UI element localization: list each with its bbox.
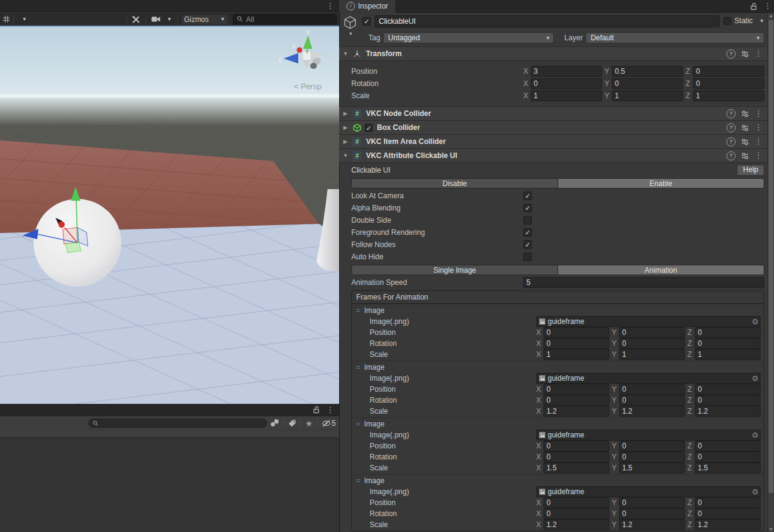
object-picker-icon[interactable]: ⊙ [752, 374, 758, 383]
foldout-icon[interactable]: ▶ [342, 110, 349, 117]
scrollbar-down-icon[interactable]: ▼ [768, 527, 774, 531]
frame-rotation-x-field[interactable]: 0 [543, 395, 609, 406]
perspective-label[interactable]: < Persp [294, 82, 321, 91]
position-y-field[interactable]: 0.5 [612, 66, 683, 77]
scale-y-field[interactable]: 1 [612, 90, 683, 101]
project-search-input[interactable] [88, 419, 267, 428]
search-by-type-icon[interactable] [267, 418, 282, 429]
gameobject-active-checkbox[interactable]: ✓ [362, 17, 371, 26]
component-enabled-checkbox[interactable]: ✓ [365, 124, 373, 132]
scale-x-field[interactable]: 1 [531, 90, 602, 101]
foldout-icon[interactable]: ▶ [342, 124, 349, 131]
frame-scale-x-field[interactable]: 1.5 [543, 462, 609, 473]
scrollbar-up-icon[interactable]: ▲ [768, 13, 774, 18]
prefab-expand-icon[interactable]: ▼ [348, 31, 353, 37]
follow-nodes-checkbox[interactable]: ✓ [523, 240, 532, 249]
help-icon[interactable]: ? [726, 109, 736, 118]
drag-handle-icon[interactable]: = [356, 364, 364, 371]
rotation-x-field[interactable]: 0 [531, 78, 602, 89]
help-icon[interactable]: ? [726, 151, 736, 160]
gameobject-icon[interactable]: ▼ [343, 15, 359, 32]
alpha-blending-checkbox[interactable]: ✓ [523, 204, 532, 212]
tag-dropdown[interactable]: Untagged ▼ [383, 32, 554, 43]
component-menu-icon[interactable]: ⋮ [754, 110, 762, 117]
rotation-z-field[interactable]: 0 [693, 78, 764, 89]
presets-icon[interactable] [741, 124, 749, 132]
frame-position-z-field[interactable]: 0 [695, 327, 761, 338]
hidden-visibility-icon[interactable]: 5 [318, 418, 339, 429]
frame-rotation-y-field[interactable]: 0 [619, 338, 685, 349]
frame-rotation-x-field[interactable]: 0 [543, 338, 609, 349]
inspector-lock-icon[interactable] [750, 2, 758, 10]
project-lock-icon[interactable] [312, 406, 320, 414]
project-content-area[interactable] [0, 437, 339, 532]
frame-scale-z-field[interactable]: 1.5 [695, 462, 761, 473]
component-menu-icon[interactable]: ⋮ [754, 50, 762, 57]
scene-tools-icon[interactable] [130, 15, 142, 24]
frame-scale-x-field[interactable]: 1 [543, 349, 609, 360]
component-header-vkc-node-collider[interactable]: ▶ # VKC Node Collider ? ⋮ [339, 106, 767, 121]
frame-entry[interactable]: =Image Image(.png) guideframe ⊙ Position… [352, 304, 764, 361]
search-by-label-icon[interactable] [284, 418, 299, 429]
component-menu-icon[interactable]: ⋮ [754, 124, 762, 131]
presets-icon[interactable] [741, 50, 749, 58]
frame-entry[interactable]: =Image Image(.png) guideframe ⊙ Position… [352, 474, 764, 531]
frame-scale-x-field[interactable]: 1.2 [543, 406, 609, 417]
scene-viewport[interactable]: y x z < Persp [0, 26, 339, 404]
frame-scale-z-field[interactable]: 1.2 [695, 406, 761, 417]
enable-button[interactable]: Enable [558, 178, 764, 189]
component-header-vkc-item-area-collider[interactable]: ▶ # VKC Item Area Collider ? ⋮ [339, 135, 767, 149]
grid-dropdown-icon[interactable]: ▼ [18, 16, 27, 22]
static-control[interactable]: Static ▼ [723, 15, 764, 25]
foldout-icon[interactable]: ▶ [342, 138, 349, 145]
inspector-scrollbar[interactable]: ▲ ▼ [767, 13, 774, 532]
frame-entry[interactable]: =Image Image(.png) guideframe ⊙ Position… [352, 417, 764, 474]
project-menu-icon[interactable]: ⋮ [326, 406, 334, 414]
frame-scale-x-field[interactable]: 1.2 [543, 519, 609, 530]
object-picker-icon[interactable]: ⊙ [752, 487, 758, 496]
frame-rotation-z-field[interactable]: 0 [695, 338, 761, 349]
component-header-box-collider[interactable]: ▶ ✓ Box Collider ? ⋮ [339, 121, 767, 135]
frame-scale-z-field[interactable]: 1.2 [695, 519, 761, 530]
auto-hide-checkbox[interactable] [523, 253, 532, 261]
gizmos-button[interactable]: Gizmos ▼ [181, 14, 229, 25]
look-at-camera-checkbox[interactable]: ✓ [523, 192, 532, 200]
scene-search-input[interactable]: All [233, 14, 337, 24]
frame-position-z-field[interactable]: 0 [695, 497, 761, 508]
orientation-gizmo-x-ball[interactable] [297, 48, 303, 53]
drag-handle-icon[interactable]: = [356, 477, 364, 484]
frame-rotation-y-field[interactable]: 0 [619, 451, 685, 462]
favorites-star-icon[interactable]: ★ [301, 418, 317, 429]
layer-dropdown[interactable]: Default ▼ [586, 32, 764, 43]
image-object-field[interactable]: guideframe ⊙ [536, 430, 761, 440]
gameobject-name-field[interactable]: ClickableUI [374, 15, 720, 27]
component-menu-icon[interactable]: ⋮ [754, 138, 762, 145]
move-gizmo-plane-y[interactable] [65, 242, 81, 253]
foldout-icon[interactable]: ▼ [342, 153, 349, 159]
position-z-field[interactable]: 0 [693, 66, 764, 77]
position-x-field[interactable]: 3 [531, 66, 602, 77]
frame-entry[interactable]: =Image Image(.png) guideframe ⊙ Position… [352, 361, 764, 417]
disable-button[interactable]: Disable [351, 178, 558, 189]
presets-icon[interactable] [741, 138, 749, 146]
component-menu-icon[interactable]: ⋮ [754, 152, 762, 159]
camera-dropdown-icon[interactable]: ▼ [163, 16, 172, 22]
scene-menu-icon[interactable]: ⋮ [326, 2, 334, 10]
image-object-field[interactable]: guideframe ⊙ [536, 486, 761, 497]
frame-scale-y-field[interactable]: 1 [619, 349, 685, 360]
grid-visibility-icon[interactable] [2, 15, 10, 23]
frame-scale-z-field[interactable]: 1 [695, 349, 761, 360]
frame-position-y-field[interactable]: 0 [619, 327, 685, 338]
scrollbar-thumb[interactable] [769, 20, 773, 493]
frame-rotation-x-field[interactable]: 0 [543, 508, 609, 519]
frame-position-z-field[interactable]: 0 [695, 384, 761, 395]
frame-position-x-field[interactable]: 0 [543, 440, 609, 451]
frame-rotation-y-field[interactable]: 0 [619, 395, 685, 406]
image-object-field[interactable]: guideframe ⊙ [536, 316, 761, 327]
single-image-button[interactable]: Single Image [351, 265, 558, 275]
move-gizmo-x-arrow[interactable] [59, 221, 65, 228]
animation-button[interactable]: Animation [558, 265, 764, 275]
drag-handle-icon[interactable]: = [356, 420, 364, 428]
frame-scale-y-field[interactable]: 1.2 [619, 519, 685, 530]
frame-scale-y-field[interactable]: 1.2 [619, 406, 685, 417]
